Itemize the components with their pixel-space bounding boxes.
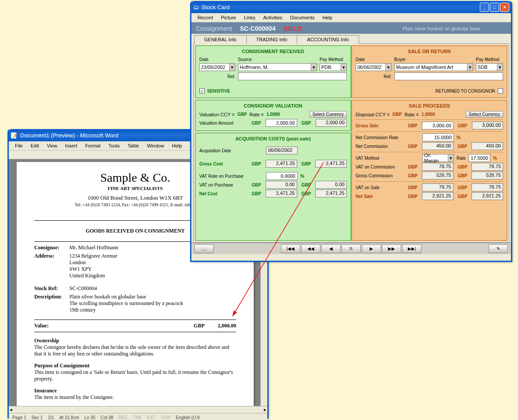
sale-pay-label: Pay Method (476, 57, 499, 62)
panel-consignor-valuation: CONSIGNOR VALUATION Valuation CCY =GBPRa… (195, 100, 351, 131)
sale-pay-select[interactable]: SDB (476, 63, 503, 71)
status-trk: TRK (133, 415, 142, 420)
nav-last-button[interactable]: ▶▶| (402, 244, 421, 253)
acq-vatp-label: VAT on Purchase (199, 183, 247, 187)
menu-file[interactable]: File (11, 142, 26, 149)
insurance-text: The item is insured by the Consignee. (34, 394, 114, 400)
sale-ref-input[interactable] (394, 72, 503, 80)
sale-date-select[interactable]: 06/06/2002 (356, 63, 392, 71)
status-rec: REC (119, 415, 128, 420)
acq-gross-1: 2,471.25 (266, 160, 297, 168)
recv-ref-input[interactable] (238, 72, 347, 80)
menu-tools[interactable]: Tools (105, 142, 123, 149)
returned-checkbox[interactable] (498, 88, 503, 93)
voc-1: 78.75 (422, 163, 453, 171)
tab-trading[interactable]: TRADING Info (246, 35, 298, 44)
purpose-text: This item is consigned on a 'Sale or Ret… (34, 369, 233, 382)
menu-edit[interactable]: Edit (27, 142, 43, 149)
menu-table[interactable]: Table (124, 142, 142, 149)
acq-net-2: 2,471.25 (315, 190, 347, 197)
value-amount: 2,000.00 (218, 323, 236, 329)
head-status: SOLD (283, 25, 302, 32)
ns-1: 2,921.25 (422, 192, 453, 200)
recv-source-select[interactable]: Hoffmann, M. (238, 63, 317, 71)
val-amount-1[interactable] (266, 119, 297, 127)
nav-next-button[interactable]: ▶ (362, 244, 381, 253)
val-select-currency-button[interactable]: Select Currency (309, 111, 347, 118)
word-title: Document1 (Preview) - Microsoft Word (20, 132, 119, 139)
acq-title: ACQUISITION COSTS (post-sale) (199, 136, 347, 141)
book-icon[interactable]: 📖 (194, 244, 214, 253)
nav-prev-button[interactable]: ◀ (321, 244, 341, 253)
purpose-h: Purpose of Consignment (34, 363, 236, 369)
head-id: SC-C000004 (240, 25, 276, 32)
acq-vatp-1: 0.00 (266, 181, 297, 189)
signature-icon[interactable]: ✎ (489, 244, 508, 253)
nc-1: 450.00 (422, 142, 453, 150)
addr2: London (69, 259, 86, 266)
menu-links[interactable]: Links (241, 14, 259, 21)
sensitive-checkbox[interactable]: ✓ (199, 88, 205, 93)
menu-window[interactable]: Window (144, 142, 168, 149)
recv-title: CONSIGNMENT RECEIVED (199, 49, 347, 54)
vat-rate-label: Rate (457, 156, 466, 161)
sale-ref-label: Ref. (384, 74, 392, 79)
stock-minimize-button[interactable]: _ (480, 3, 489, 12)
proc-ccy: GBP (392, 112, 402, 117)
menu-help2[interactable]: Help (319, 14, 336, 21)
stock-maximize-button[interactable]: □ (490, 3, 499, 12)
addr1: 1234 Belgrave Avenue (69, 253, 117, 259)
acq-vatp-2: 0.00 (315, 181, 347, 189)
recv-date-select[interactable]: 23/05/2002 (199, 63, 235, 71)
acq-gross-label: Gross Cost (199, 162, 247, 166)
gross-sale-1[interactable] (422, 122, 453, 129)
sale-buyer-label: Buyer (394, 57, 406, 62)
val-amount-2: 2,000.00 (316, 119, 347, 127)
proc-ccy-label: Disposal CCY = (356, 112, 390, 117)
status-page: Page 1 (12, 415, 26, 420)
menu-view[interactable]: View (43, 142, 61, 149)
menu-record[interactable]: Record (194, 14, 216, 21)
proc-title: SALE PROCEEDS (356, 103, 503, 108)
stockcard-window: 🗂 Stock Card _ □ × Record Picture Links … (190, 1, 512, 262)
ns-2: 2,921.25 (471, 192, 503, 200)
menu-format[interactable]: Format (82, 142, 104, 149)
menu-insert[interactable]: Insert (61, 142, 81, 149)
val-rate-label: Rate = (249, 112, 264, 117)
acq-vatr-label: VAT Rate on Purchase (199, 174, 248, 179)
addr3: SW1 XPY (69, 266, 92, 272)
status-sec: Sec 1 (32, 415, 43, 420)
value-label: Value: (34, 323, 69, 329)
val-rate: 1.0000 (266, 112, 280, 117)
proc-rate-label: Rate = (404, 112, 419, 117)
tab-accounting[interactable]: ACCOUNTING Info (297, 35, 359, 44)
panel-acquisition-costs: ACQUISITION COSTS (post-sale) Acquisitio… (195, 133, 351, 241)
stockref-value: SC-C000004 (69, 285, 97, 292)
stock-titlebar[interactable]: 🗂 Stock Card _ □ × (191, 1, 511, 13)
menu-help[interactable]: Help (169, 142, 186, 149)
nav-first-button[interactable]: |◀◀ (281, 244, 300, 253)
menu-picture[interactable]: Picture (217, 14, 239, 21)
menu-documents[interactable]: Documents (287, 14, 318, 21)
vatm-label: VAT Method (356, 156, 404, 161)
sale-title: SALE OR RETURN (356, 49, 503, 54)
menu-activities[interactable]: Activities (259, 14, 285, 21)
value-ccy: GBP (194, 323, 205, 329)
proc-select-currency-button[interactable]: Select Currency (466, 111, 503, 118)
recv-pay-select[interactable]: PDB (320, 63, 347, 71)
acq-vat-rate[interactable] (266, 172, 298, 180)
stock-close-button[interactable]: × (500, 3, 509, 12)
tab-general[interactable]: GENERAL Info (194, 35, 247, 44)
nav-fastback-button[interactable]: ◀◀ (301, 244, 320, 253)
vat-rate-value[interactable] (468, 154, 490, 162)
status-ln: Ln 35 (84, 415, 95, 420)
horizontal-scrollbar[interactable]: ◂▸ (9, 406, 267, 413)
sale-buyer-select[interactable]: Museum of Magnificent Art (394, 63, 473, 71)
stockref-label: Stock Ref: (34, 285, 69, 292)
ncr-value[interactable] (422, 133, 454, 141)
nav-fastfwd-button[interactable]: ▶▶ (382, 244, 401, 253)
nav-copy-button[interactable]: ⎘ (342, 244, 361, 253)
consignor-value: Mr. Michael Hoffmann (69, 244, 118, 251)
vatm-select[interactable]: On Margin (422, 154, 454, 162)
stock-header: Consignment SC-C000004 SOLD Plain silver… (191, 22, 511, 34)
